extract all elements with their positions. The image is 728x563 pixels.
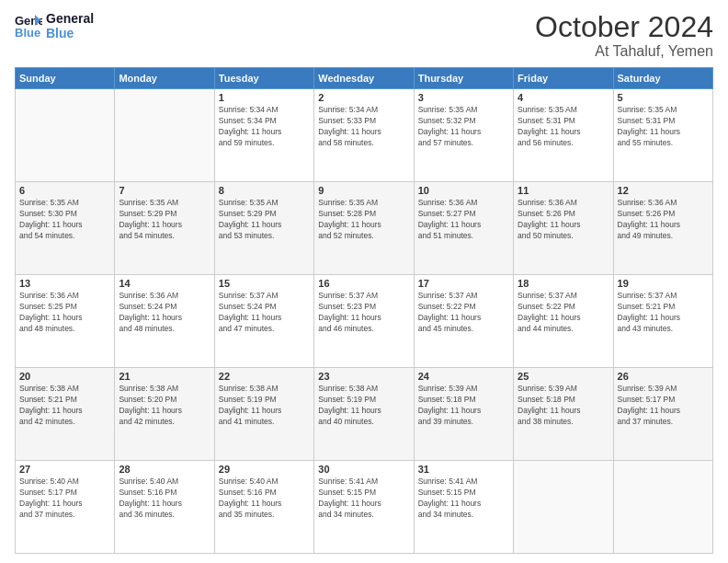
header-friday: Friday: [514, 68, 613, 89]
day-info: Sunrise: 5:35 AM Sunset: 5:29 PM Dayligh…: [119, 198, 210, 242]
calendar-cell: 17Sunrise: 5:37 AM Sunset: 5:22 PM Dayli…: [414, 275, 513, 368]
day-number: 29: [219, 464, 310, 475]
day-number: 12: [618, 185, 709, 196]
calendar-cell: 13Sunrise: 5:36 AM Sunset: 5:25 PM Dayli…: [16, 275, 115, 368]
calendar-cell: [16, 89, 115, 182]
day-number: 20: [19, 371, 110, 382]
day-info: Sunrise: 5:38 AM Sunset: 5:19 PM Dayligh…: [318, 384, 409, 428]
day-number: 31: [418, 464, 509, 475]
day-info: Sunrise: 5:40 AM Sunset: 5:16 PM Dayligh…: [119, 477, 210, 521]
day-number: 21: [119, 371, 210, 382]
day-info: Sunrise: 5:37 AM Sunset: 5:22 PM Dayligh…: [518, 291, 609, 335]
calendar-cell: 3Sunrise: 5:35 AM Sunset: 5:32 PM Daylig…: [414, 89, 513, 182]
calendar-cell: 16Sunrise: 5:37 AM Sunset: 5:23 PM Dayli…: [314, 275, 414, 368]
day-info: Sunrise: 5:35 AM Sunset: 5:32 PM Dayligh…: [418, 105, 509, 149]
day-info: Sunrise: 5:37 AM Sunset: 5:21 PM Dayligh…: [618, 291, 709, 335]
calendar-cell: 22Sunrise: 5:38 AM Sunset: 5:19 PM Dayli…: [214, 368, 313, 461]
day-number: 3: [418, 92, 509, 103]
calendar-cell: 24Sunrise: 5:39 AM Sunset: 5:18 PM Dayli…: [414, 368, 513, 461]
calendar-cell: 10Sunrise: 5:36 AM Sunset: 5:27 PM Dayli…: [414, 182, 513, 275]
header-tuesday: Tuesday: [214, 68, 313, 89]
day-number: 26: [618, 371, 709, 382]
location-title: At Tahaluf, Yemen: [535, 43, 713, 60]
calendar-cell: 28Sunrise: 5:40 AM Sunset: 5:16 PM Dayli…: [115, 461, 214, 554]
calendar-cell: 4Sunrise: 5:35 AM Sunset: 5:31 PM Daylig…: [514, 89, 613, 182]
calendar-row: 13Sunrise: 5:36 AM Sunset: 5:25 PM Dayli…: [16, 275, 713, 368]
day-info: Sunrise: 5:40 AM Sunset: 5:16 PM Dayligh…: [219, 477, 310, 521]
day-number: 11: [518, 185, 609, 196]
logo-icon: General Blue: [15, 13, 42, 39]
header-monday: Monday: [115, 68, 214, 89]
calendar-row: 20Sunrise: 5:38 AM Sunset: 5:21 PM Dayli…: [16, 368, 713, 461]
day-number: 10: [418, 185, 509, 196]
header: General Blue General Blue October 2024 A…: [15, 11, 713, 60]
day-info: Sunrise: 5:37 AM Sunset: 5:22 PM Dayligh…: [418, 291, 509, 335]
calendar-cell: 27Sunrise: 5:40 AM Sunset: 5:17 PM Dayli…: [16, 461, 115, 554]
calendar-cell: 20Sunrise: 5:38 AM Sunset: 5:21 PM Dayli…: [16, 368, 115, 461]
day-info: Sunrise: 5:37 AM Sunset: 5:23 PM Dayligh…: [318, 291, 409, 335]
day-number: 14: [119, 278, 210, 289]
day-info: Sunrise: 5:36 AM Sunset: 5:25 PM Dayligh…: [19, 291, 110, 335]
day-number: 30: [318, 464, 409, 475]
logo-text-general: General: [46, 11, 94, 26]
calendar-cell: 15Sunrise: 5:37 AM Sunset: 5:24 PM Dayli…: [214, 275, 313, 368]
day-number: 2: [318, 92, 409, 103]
page: General Blue General Blue October 2024 A…: [0, 0, 728, 563]
day-number: 19: [618, 278, 709, 289]
calendar-cell: 23Sunrise: 5:38 AM Sunset: 5:19 PM Dayli…: [314, 368, 414, 461]
day-info: Sunrise: 5:39 AM Sunset: 5:17 PM Dayligh…: [618, 384, 709, 428]
svg-text:Blue: Blue: [15, 26, 40, 39]
calendar-row: 6Sunrise: 5:35 AM Sunset: 5:30 PM Daylig…: [16, 182, 713, 275]
day-number: 25: [518, 371, 609, 382]
calendar-cell: 26Sunrise: 5:39 AM Sunset: 5:17 PM Dayli…: [613, 368, 712, 461]
day-info: Sunrise: 5:36 AM Sunset: 5:27 PM Dayligh…: [418, 198, 509, 242]
day-info: Sunrise: 5:35 AM Sunset: 5:31 PM Dayligh…: [618, 105, 709, 149]
calendar-header-row: Sunday Monday Tuesday Wednesday Thursday…: [16, 68, 713, 89]
calendar-cell: 18Sunrise: 5:37 AM Sunset: 5:22 PM Dayli…: [514, 275, 613, 368]
calendar-cell: 19Sunrise: 5:37 AM Sunset: 5:21 PM Dayli…: [613, 275, 712, 368]
day-info: Sunrise: 5:35 AM Sunset: 5:31 PM Dayligh…: [518, 105, 609, 149]
day-info: Sunrise: 5:38 AM Sunset: 5:20 PM Dayligh…: [119, 384, 210, 428]
day-number: 9: [318, 185, 409, 196]
calendar-cell: 7Sunrise: 5:35 AM Sunset: 5:29 PM Daylig…: [115, 182, 214, 275]
calendar-cell: 21Sunrise: 5:38 AM Sunset: 5:20 PM Dayli…: [115, 368, 214, 461]
day-info: Sunrise: 5:36 AM Sunset: 5:26 PM Dayligh…: [618, 198, 709, 242]
day-info: Sunrise: 5:40 AM Sunset: 5:17 PM Dayligh…: [19, 477, 110, 521]
day-info: Sunrise: 5:38 AM Sunset: 5:19 PM Dayligh…: [219, 384, 310, 428]
calendar-cell: 2Sunrise: 5:34 AM Sunset: 5:33 PM Daylig…: [314, 89, 414, 182]
day-number: 1: [219, 92, 310, 103]
calendar-cell: 12Sunrise: 5:36 AM Sunset: 5:26 PM Dayli…: [613, 182, 712, 275]
calendar-cell: 6Sunrise: 5:35 AM Sunset: 5:30 PM Daylig…: [16, 182, 115, 275]
day-info: Sunrise: 5:35 AM Sunset: 5:29 PM Dayligh…: [219, 198, 310, 242]
calendar-cell: 14Sunrise: 5:36 AM Sunset: 5:24 PM Dayli…: [115, 275, 214, 368]
day-number: 27: [19, 464, 110, 475]
calendar-row: 1Sunrise: 5:34 AM Sunset: 5:34 PM Daylig…: [16, 89, 713, 182]
calendar-cell: 31Sunrise: 5:41 AM Sunset: 5:15 PM Dayli…: [414, 461, 513, 554]
day-info: Sunrise: 5:39 AM Sunset: 5:18 PM Dayligh…: [418, 384, 509, 428]
day-number: 16: [318, 278, 409, 289]
header-wednesday: Wednesday: [314, 68, 414, 89]
month-title: October 2024: [535, 11, 713, 43]
day-info: Sunrise: 5:41 AM Sunset: 5:15 PM Dayligh…: [418, 477, 509, 521]
calendar-cell: 11Sunrise: 5:36 AM Sunset: 5:26 PM Dayli…: [514, 182, 613, 275]
calendar-cell: [613, 461, 712, 554]
day-info: Sunrise: 5:41 AM Sunset: 5:15 PM Dayligh…: [318, 477, 409, 521]
day-info: Sunrise: 5:35 AM Sunset: 5:30 PM Dayligh…: [19, 198, 110, 242]
calendar-cell: 29Sunrise: 5:40 AM Sunset: 5:16 PM Dayli…: [214, 461, 313, 554]
calendar-cell: 8Sunrise: 5:35 AM Sunset: 5:29 PM Daylig…: [214, 182, 313, 275]
day-info: Sunrise: 5:34 AM Sunset: 5:33 PM Dayligh…: [318, 105, 409, 149]
day-number: 4: [518, 92, 609, 103]
calendar-cell: 9Sunrise: 5:35 AM Sunset: 5:28 PM Daylig…: [314, 182, 414, 275]
title-block: October 2024 At Tahaluf, Yemen: [535, 11, 713, 60]
day-number: 6: [19, 185, 110, 196]
header-saturday: Saturday: [613, 68, 712, 89]
day-number: 8: [219, 185, 310, 196]
day-info: Sunrise: 5:38 AM Sunset: 5:21 PM Dayligh…: [19, 384, 110, 428]
calendar-cell: [514, 461, 613, 554]
header-thursday: Thursday: [414, 68, 513, 89]
day-number: 28: [119, 464, 210, 475]
day-info: Sunrise: 5:37 AM Sunset: 5:24 PM Dayligh…: [219, 291, 310, 335]
calendar-row: 27Sunrise: 5:40 AM Sunset: 5:17 PM Dayli…: [16, 461, 713, 554]
day-number: 13: [19, 278, 110, 289]
logo-text-blue: Blue: [46, 26, 94, 40]
